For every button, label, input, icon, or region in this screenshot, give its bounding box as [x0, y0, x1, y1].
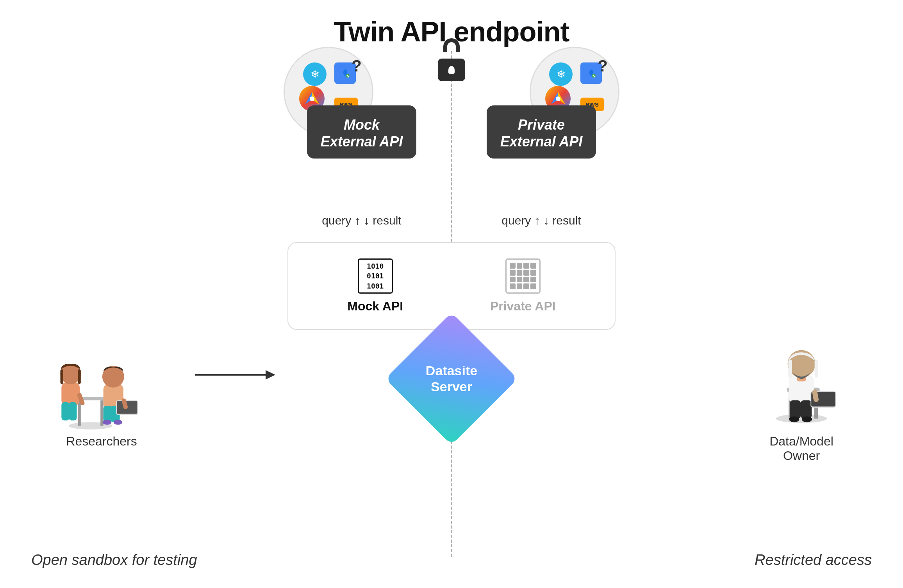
svg-rect-30: [61, 402, 70, 421]
private-external-api-box: PrivateExternal API: [487, 105, 596, 159]
svg-point-7: [310, 96, 314, 101]
snowflake-icon-right: ❄: [549, 62, 573, 86]
lock-shackle: [443, 38, 460, 52]
query-label-right: query ↑ ↓ result: [501, 214, 581, 227]
researchers-arrow: [191, 363, 277, 387]
datasite-line2: Server: [431, 379, 472, 395]
svg-point-47: [802, 416, 812, 422]
lock-icon: [434, 51, 469, 90]
researchers-label: Researchers: [12, 434, 191, 449]
mock-external-api-box: MockExternal API: [307, 105, 416, 159]
owner-figure: Data/ModelOwner: [712, 320, 891, 463]
binary-icon: 101001011001: [358, 258, 393, 294]
svg-point-46: [789, 416, 799, 422]
question-icon-left: ?: [352, 57, 362, 75]
diagram-container: Twin API endpoint ❄: [0, 0, 903, 588]
svg-rect-50: [815, 360, 818, 378]
private-external-api-label: PrivateExternal API: [500, 117, 583, 150]
researchers-illustration: [20, 320, 184, 429]
mock-api-section: 101001011001 Mock API: [347, 258, 403, 314]
lock-hole: [448, 66, 455, 74]
query-result-right: query ↑ ↓ result: [487, 214, 596, 227]
grid-icon: [505, 258, 541, 294]
svg-rect-31: [69, 402, 77, 421]
question-icon-right: ?: [598, 57, 608, 75]
svg-point-24: [114, 420, 122, 425]
datasite-line1: Datasite: [426, 363, 477, 379]
svg-point-15: [556, 96, 560, 101]
svg-rect-18: [78, 400, 80, 426]
lock-body: [438, 59, 465, 81]
restricted-access-label: Restricted access: [755, 552, 872, 568]
query-label-left: query ↑ ↓ result: [322, 214, 401, 227]
mock-external-api-label: MockExternal API: [321, 117, 403, 150]
researchers-figure: Researchers: [12, 320, 191, 449]
mock-api-label: Mock API: [347, 299, 403, 314]
datasite-label: Datasite Server: [405, 332, 498, 426]
owner-label: Data/ModelOwner: [712, 434, 891, 463]
svg-point-23: [103, 420, 111, 425]
svg-rect-44: [790, 400, 801, 419]
svg-marker-37: [266, 370, 275, 380]
svg-rect-34: [78, 369, 80, 384]
private-api-label: Private API: [490, 299, 556, 314]
snowflake-icon-left: ❄: [303, 62, 327, 86]
svg-rect-45: [801, 400, 812, 419]
svg-rect-33: [61, 369, 63, 384]
private-api-section: Private API: [490, 258, 556, 314]
owner-illustration: [727, 320, 876, 429]
datasite-diamond: Datasite Server: [405, 332, 498, 426]
svg-rect-49: [788, 360, 792, 378]
query-result-left: query ↑ ↓ result: [307, 214, 416, 227]
open-sandbox-label: Open sandbox for testing: [31, 552, 197, 568]
